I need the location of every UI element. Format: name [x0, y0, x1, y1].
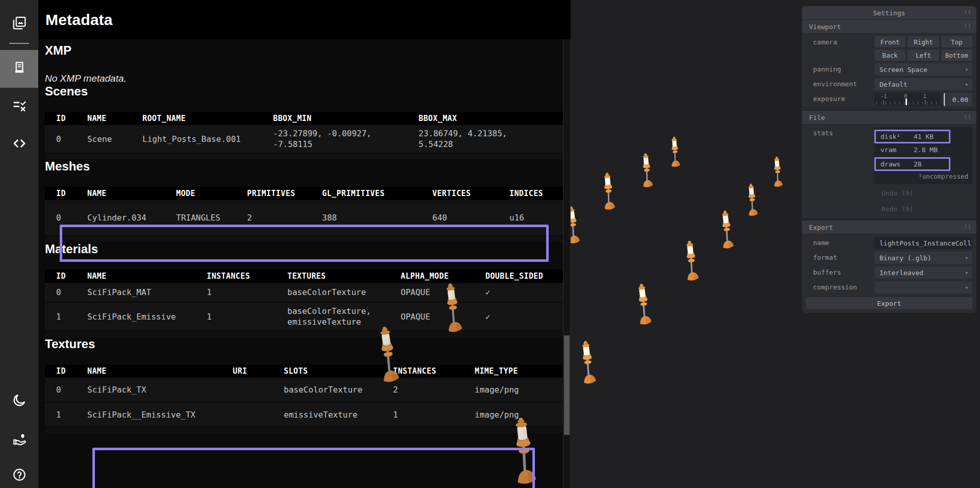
chevron-down-icon: ▾: [965, 81, 968, 88]
help-icon: [12, 467, 27, 484]
column-header: SLOTS: [284, 364, 393, 378]
sidebar-item-donate[interactable]: [0, 421, 38, 459]
stat-disk: disk¹ 41 KB: [874, 130, 950, 143]
slider-thumb[interactable]: [905, 99, 907, 105]
camera-right-button[interactable]: Right: [908, 36, 939, 47]
table-cell: 0: [45, 283, 87, 302]
table-cell: 1: [207, 283, 287, 302]
environment-label: environment: [806, 78, 874, 88]
export-folder-bar[interactable]: Export (): [802, 221, 976, 234]
camera-bottom-button[interactable]: Bottom: [941, 50, 972, 61]
column-header: MIME_TYPE: [475, 364, 571, 378]
camera-back-button[interactable]: Back: [874, 50, 905, 61]
rule-list-icon: [12, 98, 27, 115]
sidebar-item-viewer[interactable]: [0, 5, 38, 43]
column-header: INSTANCES: [393, 364, 475, 378]
table-cell: 1: [393, 402, 475, 427]
camera-left-button[interactable]: Left: [908, 50, 939, 61]
table-row: 0SciFiPack_TXbaseColorTexture2image/png: [45, 378, 571, 402]
table-cell: SciFiPack__Emissive_TX: [87, 402, 233, 427]
column-header: INDICES: [509, 187, 571, 200]
exposure-slider[interactable]: -1 0 1: [874, 93, 941, 106]
environment-value: Default: [879, 81, 908, 88]
table-cell: Scene: [87, 125, 142, 153]
export-buffers-row: buffers Interleaved ▾: [806, 266, 972, 279]
export-name-input[interactable]: lightPosts_InstanceColl: [874, 237, 972, 249]
compression-label: compression: [806, 281, 874, 291]
table-cell: 388: [322, 200, 432, 236]
column-header: VERTICES: [432, 187, 509, 200]
table-row: 1SciFiPack__Emissive_TXemissiveTexture1i…: [45, 402, 571, 427]
lamp-post: [744, 182, 761, 217]
table-footer: [45, 153, 571, 159]
table-cell: 1: [45, 302, 87, 331]
table-row: 1SciFiPack_Emissive1baseColorTexture, em…: [45, 302, 571, 331]
stats-box: disk¹ 41 KB vram 2.8 MB draws 28 ¹uncomp…: [874, 127, 972, 184]
column-header: ID: [45, 270, 87, 283]
table-cell: Light_Posts_Base.001: [142, 125, 273, 153]
file-folder-title: File: [802, 114, 825, 121]
table-cell: 2: [393, 378, 475, 402]
sidebar-item-source[interactable]: [0, 126, 38, 163]
collapse-icon[interactable]: (): [964, 114, 971, 119]
settings-panel: Settings () Viewport () camera FrontRigh…: [802, 6, 976, 313]
exposure-value-field[interactable]: 0.00: [944, 93, 972, 106]
table-cell: u16: [509, 200, 571, 236]
column-header: BBOX_MIN: [273, 112, 419, 125]
sidebar: [0, 0, 38, 488]
page-title: Metadata: [38, 0, 571, 29]
column-header: ID: [45, 112, 87, 125]
file-folder-bar[interactable]: File (): [802, 111, 976, 125]
format-select[interactable]: Binary (.glb) ▾: [874, 252, 972, 264]
table-cell: [233, 378, 284, 402]
redo-row: Redo (0): [806, 203, 972, 216]
settings-title-bar[interactable]: Settings (): [802, 6, 976, 20]
table-cell: 1: [207, 302, 287, 331]
table-cell: OPAQUE: [401, 283, 485, 302]
export-folder-title: Export: [802, 224, 833, 231]
sidebar-item-validation[interactable]: [0, 88, 38, 126]
column-header: INSTANCES: [207, 270, 287, 283]
panel-header: Metadata: [38, 0, 571, 39]
table-cell: [233, 402, 284, 427]
panning-select[interactable]: Screen Space ▾: [874, 63, 972, 76]
collapse-icon[interactable]: (): [964, 224, 971, 229]
sidebar-item-help[interactable]: [0, 457, 38, 488]
name-label: name: [806, 237, 874, 247]
viewport-folder-bar[interactable]: Viewport (): [802, 20, 976, 34]
table-cell: 0: [45, 200, 87, 236]
scrollbar-thumb[interactable]: [564, 335, 570, 435]
stats-row: stats disk¹ 41 KB vram 2.8 MB draws 28 ¹…: [806, 127, 972, 184]
table-cell: ✓: [485, 302, 571, 331]
camera-top-button[interactable]: Top: [941, 36, 972, 47]
table-cell: ✓: [485, 283, 571, 302]
sidebar-item-report[interactable]: [0, 50, 38, 88]
buffers-select[interactable]: Interleaved ▾: [874, 266, 972, 279]
collapse-icon[interactable]: (): [964, 9, 971, 15]
camera-front-button[interactable]: Front: [874, 36, 905, 47]
collapse-icon[interactable]: (): [964, 23, 971, 29]
sidebar-item-theme[interactable]: [0, 382, 38, 420]
stat-label: disk¹: [880, 133, 900, 140]
collections-image-icon: [12, 15, 27, 33]
environment-select[interactable]: Default ▾: [874, 78, 972, 90]
scenes-table: IDNAMEROOT_NAMEBBOX_MINBBOX_MAX0SceneLig…: [45, 112, 571, 159]
compression-select[interactable]: ▾: [874, 281, 972, 294]
stat-value: 2.8 MB: [914, 146, 938, 154]
column-header: NAME: [87, 364, 233, 378]
table-cell: Cylinder.034: [87, 200, 176, 236]
column-header: PRIMITIVES: [247, 187, 322, 200]
panning-label: panning: [806, 63, 874, 73]
stat-value: 28: [914, 160, 922, 168]
export-button[interactable]: Export: [806, 297, 972, 309]
code-icon: [12, 136, 27, 153]
table-cell: image/png: [475, 378, 571, 402]
vertical-scrollbar[interactable]: [563, 39, 571, 488]
stat-value: 41 KB: [914, 133, 934, 140]
format-label: format: [806, 252, 874, 261]
undo-button[interactable]: Undo (0): [874, 187, 972, 200]
section-heading-meshes: Meshes: [45, 159, 563, 174]
column-header: ALPHA_MODE: [401, 270, 485, 283]
section-heading-materials: Materials: [45, 242, 563, 256]
redo-button[interactable]: Redo (0): [874, 203, 972, 216]
